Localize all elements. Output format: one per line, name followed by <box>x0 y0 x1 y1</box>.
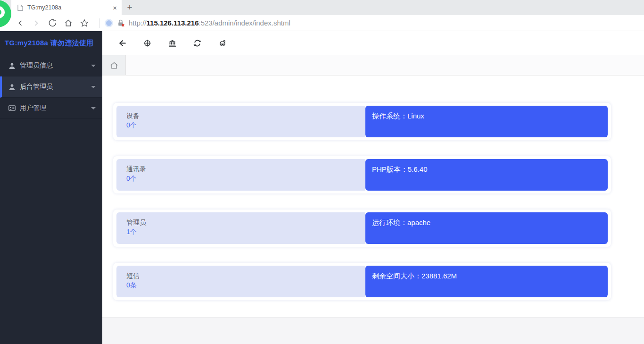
sidebar-item-admin-info[interactable]: 管理员信息 <box>0 55 102 76</box>
stat-card-devices: 设备 0个 操作系统：Linux <box>113 103 611 140</box>
reload-button[interactable] <box>44 17 60 30</box>
browser-toolbar: http://115.126.113.216:523/admin/index/i… <box>0 15 644 31</box>
stat-count-link[interactable]: 0个 <box>126 174 137 184</box>
insecure-lock-icon[interactable] <box>116 19 125 27</box>
stat-card-sms: 短信 0条 剩余空间大小：23881.62M <box>113 263 611 300</box>
forward-button[interactable] <box>28 17 44 30</box>
content-tab-strip <box>102 55 644 76</box>
server-info-text: 剩余空间大小：23881.62M <box>372 272 457 280</box>
id-card-icon <box>8 105 16 112</box>
server-info-text: PHP版本：5.6.40 <box>372 165 428 173</box>
stat-title: 短信 <box>126 271 355 280</box>
stat-count-link[interactable]: 1个 <box>126 227 137 237</box>
sidebar-item-user-management[interactable]: 用户管理 <box>0 98 102 119</box>
stat-title: 设备 <box>126 111 355 120</box>
sidebar-item-label: 用户管理 <box>20 104 46 112</box>
url-path: :523/admin/index/index.shtml <box>199 19 290 27</box>
sidebar-item-backend-admin[interactable]: 后台管理员 <box>0 76 102 98</box>
sidebar-item-label: 管理员信息 <box>20 61 53 70</box>
page-footer <box>102 317 644 344</box>
sidebar-header: TG:my2108a 请勿违法使用 <box>0 31 102 55</box>
globe-sync-icon[interactable] <box>218 39 226 47</box>
stat-count-link[interactable]: 0条 <box>126 280 137 290</box>
user-icon <box>8 84 16 91</box>
close-icon[interactable]: × <box>113 4 117 11</box>
logo-ring <box>0 4 7 21</box>
stat-title: 管理员 <box>126 218 355 227</box>
home-button[interactable] <box>60 17 76 30</box>
server-info-text: 操作系统：Linux <box>372 112 424 120</box>
stat-panel: 短信 0条 <box>116 266 365 297</box>
dashboard-content: 设备 0个 操作系统：Linux 通讯录 0个 PHP版本：5.6.40 管 <box>102 76 644 344</box>
chevron-down-icon <box>91 86 96 88</box>
admin-toolbar <box>102 31 644 55</box>
url-scheme: http:// <box>129 19 147 27</box>
chevron-down-icon <box>91 107 96 109</box>
url-host: 115.126.113.216 <box>147 19 199 27</box>
sidebar-item-label: 后台管理员 <box>20 83 53 91</box>
user-icon <box>8 62 16 69</box>
home-tab[interactable] <box>102 55 126 75</box>
tab-title: TG:my2108a <box>27 4 109 11</box>
site-info-icon[interactable] <box>106 20 112 26</box>
favorites-star-icon[interactable] <box>76 17 92 30</box>
address-url[interactable]: http://115.126.113.216:523/admin/index/i… <box>129 19 290 27</box>
crosshair-icon[interactable] <box>143 39 151 47</box>
stat-panel: 通讯录 0个 <box>116 159 365 191</box>
stat-card-contacts: 通讯录 0个 PHP版本：5.6.40 <box>113 156 611 193</box>
browser-tab-bar: TG:my2108a × + <box>0 0 644 15</box>
stat-panel: 设备 0个 <box>116 106 365 137</box>
server-info-panel: PHP版本：5.6.40 <box>365 159 608 191</box>
server-info-panel: 运行环境：apache <box>365 212 608 244</box>
refresh-icon[interactable] <box>193 39 201 47</box>
sidebar: TG:my2108a 请勿违法使用 管理员信息 后台管理员 <box>0 31 102 344</box>
back-button[interactable] <box>12 17 28 30</box>
toolbar-divider <box>99 18 99 28</box>
bank-icon[interactable] <box>168 39 176 47</box>
chevron-down-icon <box>91 65 96 67</box>
page-icon <box>17 4 24 11</box>
server-info-panel: 操作系统：Linux <box>365 106 608 137</box>
new-tab-button[interactable]: + <box>122 0 138 15</box>
stat-title: 通讯录 <box>126 164 355 174</box>
server-info-text: 运行环境：apache <box>372 218 430 227</box>
stat-card-admins: 管理员 1个 运行环境：apache <box>113 210 611 247</box>
server-info-panel: 剩余空间大小：23881.62M <box>365 266 608 297</box>
stat-panel: 管理员 1个 <box>116 212 365 244</box>
collapse-back-button[interactable] <box>118 39 126 47</box>
stat-count-link[interactable]: 0个 <box>126 120 137 130</box>
browser-tab[interactable]: TG:my2108a × <box>11 0 122 15</box>
